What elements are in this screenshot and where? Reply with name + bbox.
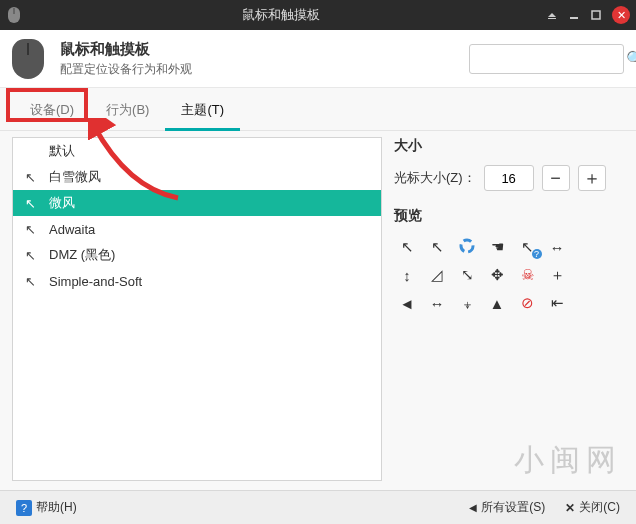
- window-close-button[interactable]: ✕: [612, 6, 630, 24]
- move-preview: ✥: [491, 266, 504, 284]
- page-title: 鼠标和触摸板: [60, 40, 192, 59]
- svg-point-7: [461, 240, 473, 252]
- main-content: 默认↖白雪微风↖微风↖Adwaita↖DMZ (黑色)↖Simple-and-S…: [0, 131, 636, 489]
- tabs-container: 设备(D) 行为(B) 主题(T): [0, 88, 636, 131]
- preview-section-title: 预览: [394, 207, 624, 225]
- cursor-icon: ↖: [23, 248, 37, 263]
- cursor-size-input[interactable]: [484, 165, 534, 191]
- tabs: 设备(D) 行为(B) 主题(T): [0, 92, 636, 131]
- search-box[interactable]: 🔍: [469, 44, 624, 74]
- cursor-size-label: 光标大小(Z)：: [394, 169, 476, 187]
- skull-preview: ☠: [521, 266, 534, 284]
- tab-devices[interactable]: 设备(D): [14, 92, 90, 130]
- progress-ring-preview: [459, 238, 475, 257]
- resize-ew-preview: ↔: [550, 239, 565, 256]
- footer: ? 帮助(H) ◀ 所有设置(S) ✕ 关闭(C): [0, 490, 636, 524]
- back-icon: ◀: [469, 502, 477, 513]
- theme-item-4[interactable]: ↖DMZ (黑色): [13, 242, 381, 268]
- help-icon: ?: [16, 500, 32, 516]
- cursor-icon: ↖: [23, 196, 37, 211]
- theme-item-label: Simple-and-Soft: [49, 274, 142, 289]
- theme-list[interactable]: 默认↖白雪微风↖微风↖Adwaita↖DMZ (黑色)↖Simple-and-S…: [12, 137, 382, 481]
- no-entry-preview: ⊘: [521, 294, 534, 312]
- svg-rect-5: [592, 11, 600, 19]
- resize-ns-preview: ↕: [403, 267, 411, 284]
- cursor-size-row: 光标大小(Z)： − ＋: [394, 165, 624, 191]
- crosshair-preview: ＋: [550, 266, 565, 285]
- cursor-icon: ↖: [23, 222, 37, 237]
- theme-item-3[interactable]: ↖Adwaita: [13, 216, 381, 242]
- insert-left-preview: ⇤: [551, 294, 564, 312]
- window-titlebar: 鼠标和触摸板 ✕: [0, 0, 636, 30]
- window-title: 鼠标和触摸板: [22, 6, 540, 24]
- window-minimize-button[interactable]: [564, 5, 584, 25]
- resize-nwse-preview: ⤡: [461, 266, 474, 284]
- svg-marker-2: [548, 13, 556, 17]
- search-icon: 🔍: [626, 50, 636, 68]
- page-subtitle: 配置定位设备行为和外观: [60, 61, 192, 78]
- svg-rect-3: [548, 18, 556, 19]
- size-increase-button[interactable]: ＋: [578, 165, 606, 191]
- all-settings-button[interactable]: ◀ 所有设置(S): [461, 496, 553, 520]
- theme-item-label: 微风: [49, 194, 75, 212]
- mouse-icon: [12, 39, 44, 79]
- cursor-up-preview: ▲: [490, 295, 505, 312]
- cursor-help-preview: ↖?: [521, 238, 534, 256]
- cursor-link-preview: ☚: [491, 238, 504, 256]
- help-label: 帮助(H): [36, 499, 77, 516]
- theme-item-5[interactable]: ↖Simple-and-Soft: [13, 268, 381, 294]
- corner-mark-preview: ◿: [431, 266, 443, 284]
- up-down-bar-preview: ⍖: [463, 295, 472, 312]
- theme-item-2[interactable]: ↖微风: [13, 190, 381, 216]
- cursor-solid-preview: ◄: [400, 295, 415, 312]
- close-icon: ✕: [565, 501, 575, 515]
- theme-item-0[interactable]: 默认: [13, 138, 381, 164]
- window-shade-button[interactable]: [542, 5, 562, 25]
- close-button[interactable]: ✕ 关闭(C): [557, 496, 628, 520]
- theme-item-label: 白雪微风: [49, 168, 101, 186]
- theme-item-1[interactable]: ↖白雪微风: [13, 164, 381, 190]
- all-settings-label: 所有设置(S): [481, 499, 545, 516]
- resize-ew2-preview: ↔: [430, 295, 445, 312]
- header-text: 鼠标和触摸板 配置定位设备行为和外观: [60, 40, 192, 78]
- cursor-icon: ↖: [23, 274, 37, 289]
- cursor-preview-grid: ↖↖☚↖?↔↕◿⤡✥☠＋◄↔⍖▲⊘⇤: [394, 235, 624, 315]
- window-maximize-button[interactable]: [586, 5, 606, 25]
- right-column: 大小 光标大小(Z)： − ＋ 预览 ↖↖☚↖?↔↕◿⤡✥☠＋◄↔⍖▲⊘⇤: [394, 137, 624, 481]
- cursor-default-preview: ↖: [401, 238, 414, 256]
- theme-item-label: Adwaita: [49, 222, 95, 237]
- search-input[interactable]: [476, 52, 626, 66]
- size-decrease-button[interactable]: −: [542, 165, 570, 191]
- svg-rect-4: [570, 17, 578, 19]
- cursor-icon: ↖: [23, 170, 37, 185]
- tab-behavior[interactable]: 行为(B): [90, 92, 165, 130]
- app-icon: [6, 7, 22, 23]
- theme-item-label: DMZ (黑色): [49, 246, 115, 264]
- theme-item-label: 默认: [49, 142, 75, 160]
- cursor-context-preview: ↖: [431, 238, 444, 256]
- header: 鼠标和触摸板 配置定位设备行为和外观 🔍: [0, 30, 636, 88]
- size-section-title: 大小: [394, 137, 624, 155]
- tab-theme[interactable]: 主题(T): [165, 92, 240, 131]
- help-button[interactable]: ? 帮助(H): [8, 496, 85, 520]
- close-label: 关闭(C): [579, 499, 620, 516]
